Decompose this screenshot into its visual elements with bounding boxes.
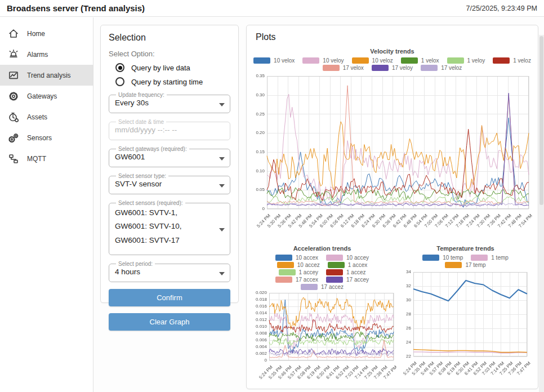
legend-item-1-accez[interactable]: 1 accez	[326, 269, 365, 275]
legend-label: 1 veloz	[513, 57, 531, 64]
sidebar-item-label: Assets	[27, 113, 47, 121]
alarm-icon	[8, 49, 19, 60]
radio-label: Query by starting time	[131, 78, 203, 86]
legend-item-17-temp[interactable]: 17 temp	[445, 262, 485, 268]
legend-item-10-veloz[interactable]: 10 veloz	[352, 57, 393, 64]
selected-sensor: GW6001: SVTV-10,	[115, 222, 224, 231]
period-select[interactable]: Select period: 4 hours	[109, 261, 230, 282]
legend-item-17-accey[interactable]: 17 accey	[326, 277, 369, 283]
legend-item-1-veloy[interactable]: 1 veloy	[447, 57, 485, 64]
legend-swatch	[277, 262, 294, 268]
radio-button-icon[interactable]	[115, 77, 124, 86]
field-value: mm/dd/yyyy --:-- --	[115, 126, 224, 135]
legend-label: 17 veloy	[392, 65, 413, 71]
field-label: Select date & time	[116, 119, 166, 125]
legend-item-1-veloz[interactable]: 1 veloz	[493, 57, 531, 64]
legend-label: 17 veloz	[441, 65, 462, 71]
legend-swatch	[323, 65, 340, 71]
legend-item-17-veloz[interactable]: 17 veloz	[421, 65, 462, 71]
sidebar-item-trend-analysis[interactable]: Trend analysis	[0, 65, 93, 86]
legend-swatch	[275, 255, 292, 261]
legend-item-1-accey[interactable]: 1 accey	[279, 269, 318, 275]
sidebar-item-label: Gateways	[27, 92, 57, 100]
legend-label: 10 veloy	[323, 57, 344, 64]
legend-label: 17 accey	[346, 277, 369, 283]
legend-swatch	[301, 284, 318, 290]
legend-swatch	[401, 57, 418, 64]
scrollbar-thumb[interactable]	[539, 36, 543, 205]
legend-item-17-accez[interactable]: 17 accez	[301, 284, 344, 290]
plots-panel: Plots Velocity trends 10 velox10 veloy10…	[246, 25, 538, 389]
update-frequency-select[interactable]: Update frequency: Every 30s	[109, 92, 230, 113]
radio-query-starting-time[interactable]: Query by starting time	[115, 77, 230, 86]
selected-sensor: GW6001: SVTV-1,	[115, 208, 224, 218]
legend-item-10-temp[interactable]: 10 temp	[422, 255, 463, 261]
legend-item-1-accex[interactable]: 1 accex	[328, 262, 367, 268]
selection-panel-title: Selection	[109, 33, 230, 43]
legend-item-1-velox[interactable]: 1 velox	[401, 57, 439, 64]
sidebar-item-mqtt[interactable]: MQTT	[0, 148, 93, 169]
legend-label: 17 accex	[296, 277, 318, 283]
legend-swatch	[253, 57, 270, 64]
legend-swatch	[326, 277, 343, 283]
acceleration-chart-title: Acceleration trends	[293, 245, 351, 252]
legend-label: 10 accez	[297, 262, 320, 268]
field-label: Update frequency:	[116, 92, 167, 98]
legend-label: 10 accey	[346, 255, 369, 261]
legend-label: 10 veloz	[372, 57, 393, 64]
page-title: Broadsens server (Trend analysis)	[7, 3, 145, 13]
sidebar-item-label: Trend analysis	[27, 72, 71, 79]
sensors-multiselect[interactable]: Select sensors (required): GW6001: SVTV-…	[109, 200, 230, 256]
clear-graph-button[interactable]: Clear Graph	[109, 313, 230, 331]
field-label: Select sensor type:	[116, 173, 168, 179]
sidebar-item-home[interactable]: Home	[0, 23, 93, 44]
legend-swatch	[445, 262, 462, 268]
bottom-charts-row: Acceleration trends 10 accex10 accey10 a…	[247, 245, 538, 389]
date-time-input[interactable]: Select date & time mm/dd/yyyy --:-- --	[109, 119, 230, 140]
sensors-gears-icon	[8, 132, 19, 144]
legend-label: 10 accex	[296, 255, 318, 261]
legend-item-10-accex[interactable]: 10 accex	[275, 255, 318, 261]
field-value: SVT-V sensor	[115, 180, 224, 189]
legend-swatch	[279, 269, 296, 275]
temperature-chart-title: Temperature trends	[436, 245, 494, 252]
radio-query-live-data[interactable]: Query by live data	[115, 63, 230, 72]
legend-item-17-veloy[interactable]: 17 veloy	[372, 65, 413, 71]
legend-label: 17 temp	[465, 262, 485, 268]
confirm-button[interactable]: Confirm	[109, 289, 230, 306]
sensor-type-select[interactable]: Select sensor type: SVT-V sensor	[109, 173, 230, 194]
legend-item-10-accez[interactable]: 10 accez	[277, 262, 320, 268]
legend-item-17-velox[interactable]: 17 velox	[323, 65, 364, 71]
current-timestamp: 7/25/2025, 9:23:49 PM	[466, 5, 537, 12]
legend-swatch	[275, 277, 292, 283]
legend-item-10-accey[interactable]: 10 accey	[326, 255, 369, 261]
sidebar-item-alarms[interactable]: Alarms	[0, 44, 93, 65]
radio-button-icon[interactable]	[115, 63, 124, 72]
content-area: Selection Select Option: Query by live d…	[93, 17, 544, 392]
legend-swatch	[471, 255, 488, 261]
legend-item-17-accex[interactable]: 17 accex	[275, 277, 318, 283]
asset-timer-icon	[8, 112, 19, 123]
sidebar-nav: HomeAlarmsTrend analysisGatewaysAssetsSe…	[0, 17, 93, 392]
field-value: GW6001	[115, 153, 224, 162]
legend-item-1-temp[interactable]: 1 temp	[471, 255, 509, 261]
sidebar-item-label: MQTT	[27, 155, 46, 163]
vertical-scrollbar[interactable]	[539, 35, 544, 392]
sidebar-item-sensors[interactable]: Sensors	[0, 127, 93, 148]
chevron-down-icon	[219, 103, 225, 106]
select-option-label: Select Option:	[109, 50, 230, 58]
legend-swatch	[493, 57, 510, 64]
sidebar-item-gateways[interactable]: Gateways	[0, 86, 93, 106]
sidebar-item-label: Alarms	[27, 51, 48, 59]
chevron-down-icon	[219, 272, 225, 275]
chevron-down-icon	[219, 184, 225, 188]
sidebar-item-assets[interactable]: Assets	[0, 106, 93, 127]
legend-item-10-veloy[interactable]: 10 veloy	[302, 57, 344, 64]
gateways-select[interactable]: Select gateways (required): GW6001	[109, 146, 230, 167]
legend-swatch	[372, 65, 389, 71]
legend-item-10-velox[interactable]: 10 velox	[253, 57, 295, 64]
sidebar-item-label: Sensors	[27, 134, 52, 142]
field-label: Select period:	[116, 261, 155, 267]
legend-swatch	[447, 57, 464, 64]
field-value: GW6001: SVTV-1, GW6001: SVTV-10, GW6001:…	[115, 208, 224, 246]
